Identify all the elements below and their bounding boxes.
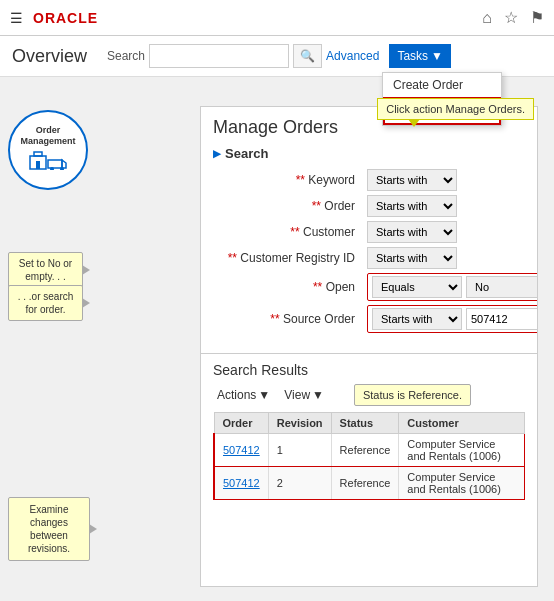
- order-management-icon: [28, 148, 68, 175]
- source-order-input[interactable]: [466, 308, 538, 330]
- keyword-label: ** Keyword: [213, 173, 363, 187]
- results-toolbar: Actions ▼ View ▼ Status is Reference.: [213, 384, 525, 406]
- open-value-select[interactable]: No: [466, 276, 538, 298]
- click-action-callout: Click action Manage Orders.: [377, 98, 534, 120]
- source-order-label: ** Source Order: [213, 312, 363, 326]
- search-label: Search: [107, 49, 145, 63]
- row2-order: 507412: [214, 467, 268, 500]
- customer-control: Starts with: [367, 221, 538, 243]
- row1-order: 507412: [214, 434, 268, 467]
- overview-bar: Overview Search 🔍 Advanced Tasks ▼: [0, 36, 554, 77]
- row2-status: Reference: [331, 467, 399, 500]
- actions-button[interactable]: Actions ▼: [213, 386, 274, 404]
- overview-title: Overview: [12, 46, 87, 67]
- hamburger-icon[interactable]: ☰: [10, 10, 23, 26]
- results-table: Order Revision Status Customer 507412 1 …: [213, 412, 525, 500]
- order-management-circle: Order Management: [8, 110, 88, 190]
- row1-customer: Computer Service and Rentals (1006): [399, 434, 525, 467]
- source-order-operator-select[interactable]: Starts with: [372, 308, 462, 330]
- collapse-icon[interactable]: ▶: [213, 148, 221, 159]
- row1-status: Reference: [331, 434, 399, 467]
- order-management-label: Order Management: [10, 125, 86, 147]
- search-section-header: ▶ Search: [213, 146, 525, 161]
- col-order: Order: [214, 413, 268, 434]
- search-input[interactable]: [149, 44, 289, 68]
- status-callout: Status is Reference.: [354, 384, 471, 406]
- tasks-button[interactable]: Tasks ▼: [389, 44, 451, 68]
- keyword-control: Starts with: [367, 169, 538, 191]
- order-control: Starts with: [367, 195, 538, 217]
- row2-customer: Computer Service and Rentals (1006): [399, 467, 525, 500]
- order-select[interactable]: Starts with: [367, 195, 457, 217]
- examine-changes-callout: Examine changes between revisions.: [8, 497, 90, 561]
- customer-label: ** Customer: [213, 225, 363, 239]
- table-row: 507412 1 Reference Computer Service and …: [214, 434, 525, 467]
- search-button[interactable]: 🔍: [293, 44, 322, 68]
- keyword-select[interactable]: Starts with: [367, 169, 457, 191]
- header-icons: ⌂ ☆ ⚑: [482, 8, 544, 27]
- open-label: ** Open: [213, 280, 363, 294]
- set-no-callout: Set to No or empty. . .: [8, 252, 83, 288]
- main-content: Manage Orders ▶ Search ** Keyword Starts…: [200, 106, 538, 587]
- star-icon[interactable]: ☆: [504, 8, 518, 27]
- search-results-section: Search Results Actions ▼ View ▼ Status i…: [201, 353, 537, 508]
- col-customer: Customer: [399, 413, 525, 434]
- customer-select[interactable]: Starts with: [367, 221, 457, 243]
- home-icon[interactable]: ⌂: [482, 9, 492, 27]
- flag-icon[interactable]: ⚑: [530, 8, 544, 27]
- source-order-control: Starts with: [367, 305, 538, 333]
- search-section-label: Search: [225, 146, 268, 161]
- manage-orders-section: Manage Orders ▶ Search ** Keyword Starts…: [201, 107, 537, 349]
- col-status: Status: [331, 413, 399, 434]
- registry-label: ** Customer Registry ID: [213, 251, 363, 265]
- registry-control: Starts with: [367, 247, 538, 269]
- svg-rect-3: [48, 160, 62, 168]
- svg-rect-2: [36, 161, 40, 169]
- registry-select[interactable]: Starts with: [367, 247, 457, 269]
- svg-rect-1: [34, 152, 42, 156]
- svg-marker-4: [62, 160, 66, 168]
- search-results-title: Search Results: [213, 362, 525, 378]
- row2-revision: 2: [268, 467, 331, 500]
- open-control: Equals No: [367, 273, 538, 301]
- header-bar: ☰ ORACLE ⌂ ☆ ⚑: [0, 0, 554, 36]
- oracle-logo: ORACLE: [33, 10, 98, 26]
- order-label: ** Order: [213, 199, 363, 213]
- view-button[interactable]: View ▼: [280, 386, 328, 404]
- row1-revision: 1: [268, 434, 331, 467]
- open-operator-select[interactable]: Equals: [372, 276, 462, 298]
- col-revision: Revision: [268, 413, 331, 434]
- search-group: Search 🔍 Advanced: [107, 44, 379, 68]
- dropdown-item-create-order[interactable]: Create Order: [383, 73, 501, 97]
- search-order-callout: . . .or search for order.: [8, 285, 83, 321]
- advanced-link[interactable]: Advanced: [326, 49, 379, 63]
- table-row: 507412 2 Reference Computer Service and …: [214, 467, 525, 500]
